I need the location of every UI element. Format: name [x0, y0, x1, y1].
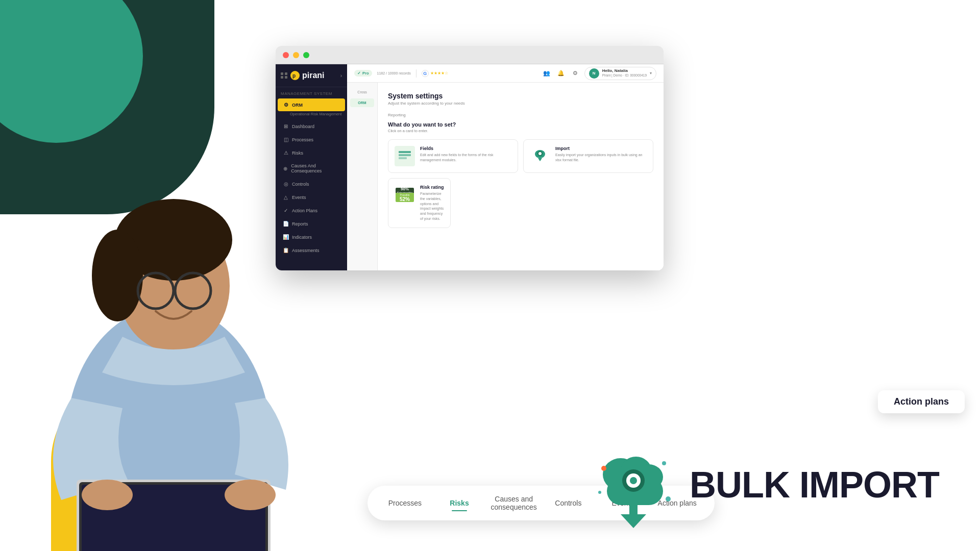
- sidebar-section-label: Management system: [276, 87, 347, 98]
- settings-hint: Click on a card to enter.: [388, 129, 653, 133]
- events-icon: △: [283, 194, 289, 200]
- app-main: ✓ Pro 1182 / 10000 records G ★★★★☆ 👥 🔔 ⚙…: [347, 64, 664, 270]
- sidebar-logo: pirani: [302, 71, 325, 80]
- processes-icon: ◫: [283, 137, 289, 142]
- bulk-import-text: BULK IMPORT: [690, 464, 939, 506]
- navbar-rating: G ★★★★☆: [422, 70, 448, 77]
- chevron-down-icon: ▾: [650, 71, 652, 76]
- pirani-logo-icon: p: [290, 70, 300, 81]
- svg-point-33: [666, 496, 671, 502]
- user-menu[interactable]: N Hello, Natalia Pirani | Demo · ID: 000…: [584, 67, 656, 80]
- settings-subtitle: Adjust the system according to your need…: [388, 101, 653, 106]
- svg-point-30: [630, 477, 637, 484]
- action-plans-icon: ✓: [283, 208, 289, 213]
- fields-card[interactable]: Fields Edit and add new fields to the fo…: [388, 139, 518, 173]
- navbar-actions: 👥 🔔 ⚙ N Hello, Natalia Pirani | Demo · I…: [542, 67, 656, 80]
- user-info: Hello, Natalia Pirani | Demo · ID: 00000…: [602, 68, 647, 78]
- close-dot[interactable]: [283, 52, 289, 58]
- settings-sidenav: Cross ORM: [347, 83, 378, 270]
- sidebar-toggle[interactable]: ›: [340, 73, 342, 79]
- settings-title: System settings: [388, 92, 653, 100]
- risk-bar-catastrophic: 90% Catastrophic: [396, 188, 414, 193]
- svg-point-11: [82, 480, 133, 510]
- sidebar-item-dashboard[interactable]: ⊞ Dashboard: [278, 120, 345, 133]
- import-card[interactable]: Import Easily import your organizations …: [523, 139, 653, 173]
- svg-rect-15: [399, 151, 411, 153]
- plan-stats: 1182 / 10000 records: [377, 71, 411, 75]
- settings-content: System settings Adjust the system accord…: [378, 83, 664, 270]
- browser-window: p pirani › Management system ⚙ ORM Opera…: [276, 46, 664, 270]
- plan-check-icon: ✓: [357, 71, 361, 76]
- gear-icon-btn[interactable]: ⚙: [570, 68, 580, 79]
- app-sidebar: p pirani › Management system ⚙ ORM Opera…: [276, 64, 347, 270]
- controls-icon: ◎: [283, 181, 289, 187]
- sidebar-item-indicators[interactable]: 📊 Indicators: [278, 231, 345, 243]
- risk-bar-possible: Possible 52%: [396, 193, 414, 202]
- sidebar-item-risks[interactable]: ⚠ Risks: [278, 146, 345, 159]
- settings-cards: Fields Edit and add new fields to the fo…: [388, 139, 653, 228]
- action-plans-badge: Action plans: [878, 390, 965, 413]
- orm-icon: ⚙: [283, 102, 289, 108]
- assessments-icon: 📋: [283, 247, 289, 253]
- sidenav-cross[interactable]: Cross: [350, 88, 374, 96]
- tab-causes-consequences[interactable]: Causes and consequences: [486, 490, 541, 516]
- star-rating: ★★★★☆: [430, 71, 448, 76]
- fullscreen-dot[interactable]: [303, 52, 309, 58]
- sidebar-item-events[interactable]: △ Events: [278, 191, 345, 204]
- app-body: Cross ORM System settings Adjust the sys…: [347, 83, 664, 270]
- tab-controls[interactable]: Controls: [541, 494, 596, 512]
- tab-processes[interactable]: Processes: [378, 494, 432, 512]
- svg-text:p: p: [292, 73, 296, 79]
- svg-marker-27: [621, 514, 646, 528]
- indicators-icon: 📊: [283, 234, 289, 240]
- plan-badge: ✓ Pro: [354, 70, 372, 77]
- svg-point-20: [538, 152, 542, 155]
- import-card-text: Import Easily import your organizations …: [555, 146, 647, 163]
- sidebar-item-causes[interactable]: ⊕ Causes And Consequences: [278, 160, 345, 177]
- sidebar-item-orm[interactable]: ⚙ ORM: [278, 98, 345, 111]
- browser-titlebar: [276, 46, 664, 64]
- svg-point-3: [92, 230, 143, 321]
- svg-point-34: [598, 491, 601, 494]
- users-icon-btn[interactable]: 👥: [542, 68, 552, 79]
- sidebar-header: p pirani ›: [276, 64, 347, 87]
- sidenav-orm[interactable]: ORM: [350, 98, 374, 107]
- risk-meter: 90% Catastrophic Possible 52%: [395, 185, 415, 205]
- sidebar-item-assessments[interactable]: 📋 Assessments: [278, 244, 345, 257]
- bulk-import-section: BULK IMPORT: [593, 444, 939, 525]
- svg-point-12: [225, 480, 276, 510]
- action-plans-badge-text: Action plans: [888, 396, 954, 407]
- app-navbar: ✓ Pro 1182 / 10000 records G ★★★★☆ 👥 🔔 ⚙…: [347, 64, 664, 83]
- svg-rect-17: [399, 157, 407, 159]
- reporting-label: Reporting: [388, 113, 653, 117]
- sidebar-item-controls[interactable]: ◎ Controls: [278, 178, 345, 190]
- user-avatar: N: [589, 68, 599, 79]
- settings-question: What do you want to set?: [388, 121, 653, 128]
- risk-rating-card-text: Risk rating Parameterize the variables, …: [420, 185, 444, 221]
- fields-card-text: Fields Edit and add new fields to the fo…: [420, 146, 511, 163]
- causes-icon: ⊕: [283, 166, 288, 171]
- dashboard-icon: ⊞: [283, 123, 289, 129]
- risks-icon: ⚠: [283, 150, 289, 156]
- sidebar-orm-sublabel: Operational Risk Management: [276, 112, 347, 117]
- browser-content: p pirani › Management system ⚙ ORM Opera…: [276, 64, 664, 270]
- bell-icon-btn[interactable]: 🔔: [556, 68, 566, 79]
- sidebar-item-action-plans[interactable]: ✓ Action Plans: [278, 204, 345, 217]
- svg-point-32: [662, 461, 666, 465]
- bulk-import-icon: [593, 444, 674, 525]
- navbar-divider-1: [416, 69, 416, 78]
- sidebar-item-processes[interactable]: ◫ Processes: [278, 133, 345, 146]
- svg-rect-16: [399, 154, 411, 156]
- minimize-dot[interactable]: [293, 52, 299, 58]
- google-logo: G: [422, 70, 429, 77]
- svg-point-31: [601, 466, 606, 471]
- import-card-icon: [530, 146, 550, 166]
- svg-rect-21: [540, 158, 541, 161]
- fields-card-icon: [395, 146, 415, 166]
- risk-rating-card[interactable]: 90% Catastrophic Possible 52%: [388, 178, 451, 228]
- sidebar-item-reports[interactable]: 📄 Reports: [278, 217, 345, 230]
- tab-risks[interactable]: Risks: [432, 494, 487, 512]
- reports-icon: 📄: [283, 221, 289, 227]
